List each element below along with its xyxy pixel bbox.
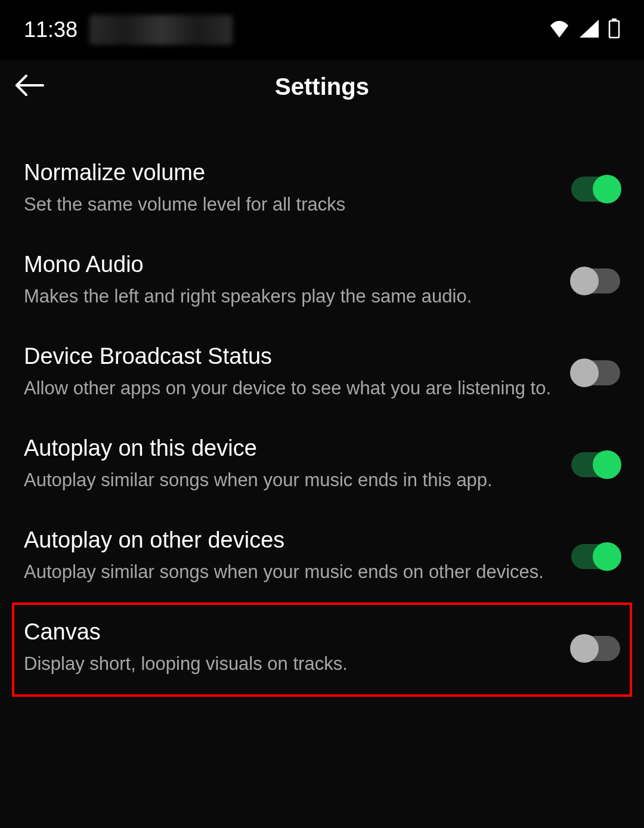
- toggle-autoplay-this-device[interactable]: [571, 452, 620, 477]
- setting-description: Set the same volume level for all tracks: [24, 191, 553, 218]
- setting-text: Normalize volume Set the same volume lev…: [24, 160, 553, 218]
- toggle-knob: [570, 267, 599, 295]
- setting-text: Canvas Display short, looping visuals on…: [24, 619, 553, 678]
- page-title: Settings: [275, 73, 369, 100]
- toggle-canvas[interactable]: [571, 636, 620, 661]
- highlighted-setting: Canvas Display short, looping visuals on…: [12, 603, 632, 697]
- toggle-knob: [570, 359, 599, 387]
- back-button[interactable]: [12, 69, 48, 104]
- setting-description: Autoplay similar songs when your music e…: [24, 559, 553, 586]
- settings-list: Normalize volume Set the same volume lev…: [0, 113, 644, 697]
- setting-title: Autoplay on this device: [24, 435, 553, 461]
- setting-text: Device Broadcast Status Allow other apps…: [24, 344, 553, 402]
- setting-autoplay-this-device[interactable]: Autoplay on this device Autoplay similar…: [24, 419, 620, 511]
- setting-device-broadcast[interactable]: Device Broadcast Status Allow other apps…: [24, 327, 620, 419]
- setting-text: Autoplay on this device Autoplay similar…: [24, 435, 553, 494]
- setting-title: Mono Audio: [24, 252, 553, 277]
- cellular-icon: [580, 20, 599, 40]
- status-time: 11:38: [24, 17, 78, 42]
- blurred-notification-area: [89, 15, 233, 45]
- setting-title: Canvas: [24, 619, 553, 645]
- svg-rect-1: [612, 18, 617, 21]
- toggle-knob: [593, 450, 621, 479]
- setting-description: Autoplay similar songs when your music e…: [24, 467, 553, 494]
- toggle-normalize-volume[interactable]: [571, 177, 620, 202]
- setting-title: Device Broadcast Status: [24, 344, 553, 369]
- status-left: 11:38: [24, 15, 233, 45]
- svg-rect-0: [609, 21, 619, 38]
- setting-text: Mono Audio Makes the left and right spea…: [24, 252, 553, 310]
- arrow-left-icon: [14, 73, 45, 100]
- setting-description: Allow other apps on your device to see w…: [24, 375, 553, 402]
- battery-icon: [608, 18, 620, 41]
- setting-description: Makes the left and right speakers play t…: [24, 283, 553, 310]
- toggle-autoplay-other-devices[interactable]: [571, 544, 620, 569]
- setting-text: Autoplay on other devices Autoplay simil…: [24, 527, 553, 586]
- status-right: [549, 18, 620, 41]
- toggle-device-broadcast[interactable]: [571, 360, 620, 385]
- setting-description: Display short, looping visuals on tracks…: [24, 651, 553, 678]
- setting-title: Autoplay on other devices: [24, 527, 553, 553]
- header: Settings: [0, 60, 644, 113]
- toggle-knob: [570, 634, 599, 663]
- toggle-mono-audio[interactable]: [571, 268, 620, 293]
- setting-canvas[interactable]: Canvas Display short, looping visuals on…: [24, 605, 620, 694]
- setting-autoplay-other-devices[interactable]: Autoplay on other devices Autoplay simil…: [24, 511, 620, 603]
- status-bar: 11:38: [0, 0, 644, 60]
- setting-mono-audio[interactable]: Mono Audio Makes the left and right spea…: [24, 235, 620, 327]
- setting-normalize-volume[interactable]: Normalize volume Set the same volume lev…: [24, 143, 620, 235]
- toggle-knob: [593, 175, 621, 203]
- wifi-icon: [549, 20, 570, 40]
- setting-title: Normalize volume: [24, 160, 553, 186]
- toggle-knob: [593, 542, 621, 571]
